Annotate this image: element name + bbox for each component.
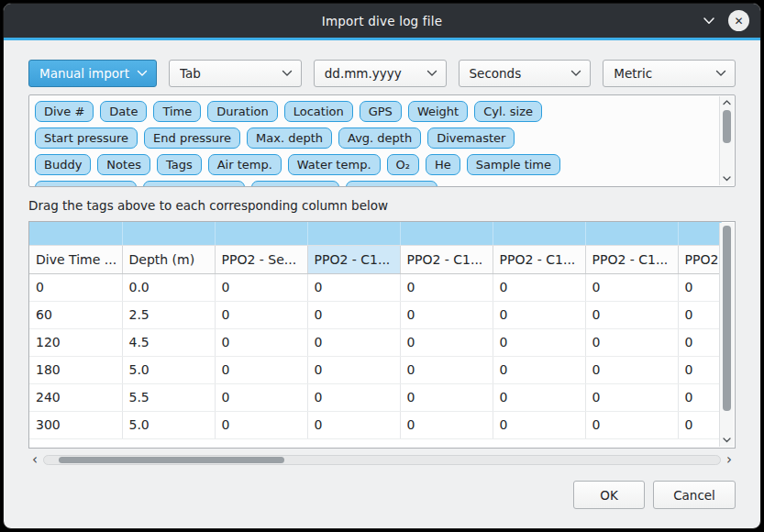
tag-end-pressure[interactable]: End pressure xyxy=(144,127,240,149)
table-cell: 4.5 xyxy=(122,328,215,356)
tag-divemaster[interactable]: Divemaster xyxy=(427,127,515,149)
cancel-button[interactable]: Cancel xyxy=(653,481,736,509)
tag-notes[interactable]: Notes xyxy=(97,154,150,175)
scroll-up-icon[interactable] xyxy=(720,97,734,108)
column-header-ppo2-c1[interactable]: PPO2 - C1... xyxy=(585,245,678,273)
combo-metric[interactable]: Metric xyxy=(603,60,736,87)
column-header-ppo2-c1[interactable]: PPO2 - C1... xyxy=(307,245,400,273)
tag-time[interactable]: Time xyxy=(153,101,201,122)
table-cell: 0 xyxy=(307,356,400,383)
drop-target-cell[interactable] xyxy=(215,222,307,245)
table-cell: 0 xyxy=(215,356,307,383)
column-header-depth-m[interactable]: Depth (m) xyxy=(122,245,215,273)
tag-sample-depth[interactable]: Sample depth xyxy=(35,181,137,186)
tag-start-pressure[interactable]: Start pressure xyxy=(35,127,138,149)
tag-duration[interactable]: Duration xyxy=(207,101,277,122)
scroll-down-icon[interactable] xyxy=(720,173,734,184)
chevron-down-icon xyxy=(426,70,437,77)
drop-target-cell[interactable] xyxy=(493,222,585,245)
combo-seconds[interactable]: Seconds xyxy=(459,60,592,87)
tag-date[interactable]: Date xyxy=(100,101,147,122)
import-options-row: Manual importTabdd.mm.yyyySecondsMetric xyxy=(28,60,736,87)
column-header-dive-time[interactable]: Dive Time ... xyxy=(29,245,122,273)
tag-sample-cns[interactable]: Sample CNS xyxy=(346,181,437,186)
tag-sample-po[interactable]: Sample pO₂ xyxy=(251,181,340,186)
table-cell: 120 xyxy=(29,328,122,356)
table-cell: 0 xyxy=(307,301,400,328)
chevron-down-icon xyxy=(137,70,148,77)
scrollbar-thumb[interactable] xyxy=(723,110,731,143)
tag-weight[interactable]: Weight xyxy=(408,101,468,122)
tag-gps[interactable]: GPS xyxy=(360,101,402,122)
drop-target-cell[interactable] xyxy=(585,222,678,245)
scrollbar-thumb[interactable] xyxy=(723,226,731,411)
combo-manual-import[interactable]: Manual import xyxy=(28,60,157,87)
table-horizontal-scrollbar[interactable]: ‹ › xyxy=(28,453,736,467)
drop-target-cell[interactable] xyxy=(122,222,215,245)
table-cell: 180 xyxy=(29,356,122,383)
import-dialog-window: Import dive log file ✕ Manual importTabd… xyxy=(3,3,761,529)
dialog-buttons: OK Cancel xyxy=(28,481,736,509)
table-cell: 0 xyxy=(585,328,678,356)
tags-list: Dive #DateTimeDurationLocationGPSWeightC… xyxy=(35,101,714,186)
scrollbar-thumb[interactable] xyxy=(59,457,284,463)
table-cell: 0 xyxy=(400,383,493,411)
tag-air-temp[interactable]: Air temp. xyxy=(208,154,282,175)
column-header-ppo2-c1[interactable]: PPO2 - C1... xyxy=(493,245,585,273)
tag-he[interactable]: He xyxy=(426,154,460,175)
table-cell: 0 xyxy=(493,273,585,301)
column-header-ppo2[interactable]: PPO2 xyxy=(678,245,722,273)
table-vertical-scrollbar[interactable] xyxy=(719,223,734,447)
table-cell: 0 xyxy=(307,273,400,301)
tag-sample-temp[interactable]: Sample temp. xyxy=(143,181,245,186)
table-row: 3005.0000000 xyxy=(29,411,722,438)
drop-target-cell[interactable] xyxy=(400,222,493,245)
scroll-left-icon[interactable]: ‹ xyxy=(28,453,41,467)
column-header-ppo2-se[interactable]: PPO2 - Se... xyxy=(215,245,307,273)
tag-o[interactable]: O₂ xyxy=(387,154,419,175)
drop-target-cell[interactable] xyxy=(307,222,400,245)
tag-dive[interactable]: Dive # xyxy=(35,101,94,122)
table-cell: 0 xyxy=(400,273,493,301)
table-cell: 0 xyxy=(215,273,307,301)
scroll-down-icon[interactable] xyxy=(720,435,734,446)
table-cell: 0 xyxy=(678,356,722,383)
tag-cyl-size[interactable]: Cyl. size xyxy=(474,101,542,122)
tag-sample-time[interactable]: Sample time xyxy=(467,154,560,175)
table-cell: 0 xyxy=(493,301,585,328)
tag-row: Dive #DateTimeDurationLocationGPSWeightC… xyxy=(35,101,714,122)
tag-location[interactable]: Location xyxy=(284,101,353,122)
table-cell: 0 xyxy=(29,273,122,301)
preview-table: Dive Time ...Depth (m)PPO2 - Se...PPO2 -… xyxy=(29,222,722,439)
column-header-ppo2-c1[interactable]: PPO2 - C1... xyxy=(400,245,493,273)
drop-target-cell[interactable] xyxy=(678,222,722,245)
tag-buddy[interactable]: Buddy xyxy=(35,154,91,175)
tags-panel: Dive #DateTimeDurationLocationGPSWeightC… xyxy=(28,94,736,187)
table-row: 00.0000000 xyxy=(29,273,722,301)
drop-target-cell[interactable] xyxy=(29,222,122,245)
tag-water-temp[interactable]: Water temp. xyxy=(288,154,381,175)
tag-tags[interactable]: Tags xyxy=(157,154,202,175)
tag-avg-depth[interactable]: Avg. depth xyxy=(338,127,421,149)
scrollbar-track[interactable] xyxy=(43,455,721,465)
combo-tab[interactable]: Tab xyxy=(169,60,302,87)
ok-button[interactable]: OK xyxy=(573,481,645,509)
table-cell: 0 xyxy=(493,383,585,411)
table-cell: 0 xyxy=(215,383,307,411)
tag-max-depth[interactable]: Max. depth xyxy=(247,127,332,149)
table-cell: 0 xyxy=(215,328,307,356)
close-icon[interactable]: ✕ xyxy=(728,10,749,31)
table-row: 1204.5000000 xyxy=(29,328,722,356)
table-cell: 0 xyxy=(493,411,585,438)
scroll-right-icon[interactable]: › xyxy=(723,453,736,467)
table-row: 2405.5000000 xyxy=(29,383,722,411)
tags-scrollbar[interactable] xyxy=(719,96,734,185)
preview-table-container: Dive Time ...Depth (m)PPO2 - Se...PPO2 -… xyxy=(28,221,736,449)
titlebar[interactable]: Import dive log file ✕ xyxy=(4,4,760,38)
table-cell: 0 xyxy=(585,301,678,328)
table-cell: 0 xyxy=(307,411,400,438)
table-cell: 2.5 xyxy=(122,301,215,328)
table-cell: 0 xyxy=(400,411,493,438)
combo-dd-mm-yyyy[interactable]: dd.mm.yyyy xyxy=(314,60,447,87)
chevron-down-icon[interactable] xyxy=(703,17,715,25)
